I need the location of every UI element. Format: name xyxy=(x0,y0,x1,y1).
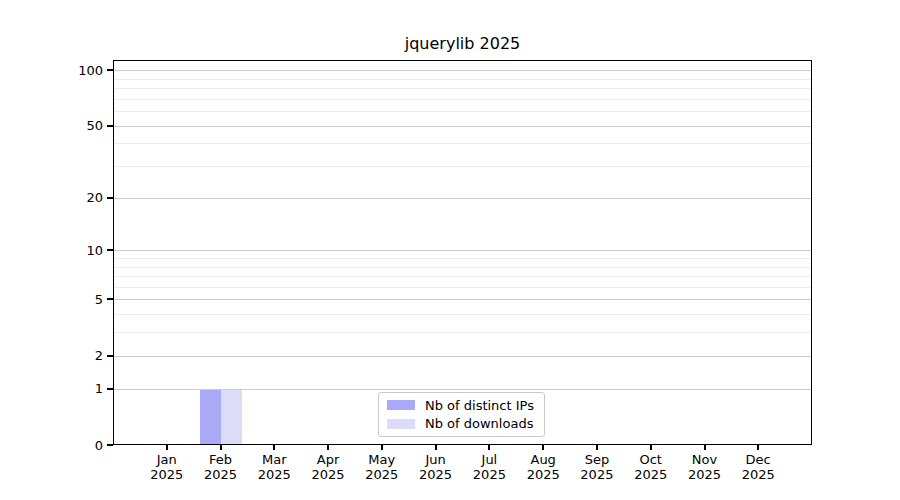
x-tick-label-nov: Nov2025 xyxy=(678,452,732,482)
legend-swatch-downloads xyxy=(387,419,415,429)
y-tick-2 xyxy=(107,355,113,357)
x-tick-label-month: Mar xyxy=(247,452,301,467)
y-tick-50 xyxy=(107,125,113,127)
y-tick-label-20: 20 xyxy=(43,191,103,204)
x-tick-mar xyxy=(273,445,275,450)
x-tick-label-year: 2025 xyxy=(409,467,463,482)
x-tick-label-dec: Dec2025 xyxy=(731,452,785,482)
x-tick-label-year: 2025 xyxy=(194,467,248,482)
y-tick-1 xyxy=(107,388,113,390)
legend-item-downloads: Nb of downloads xyxy=(387,415,536,434)
x-tick-label-month: Jun xyxy=(409,452,463,467)
x-tick-oct xyxy=(650,445,652,450)
legend-swatch-distinct-ips xyxy=(387,400,415,410)
x-tick-label-jun: Jun2025 xyxy=(409,452,463,482)
plot-area xyxy=(113,60,812,445)
legend-label-downloads: Nb of downloads xyxy=(425,416,533,431)
x-tick-label-month: Aug xyxy=(516,452,570,467)
y-tick-100 xyxy=(107,69,113,71)
y-tick-20 xyxy=(107,197,113,199)
x-tick-label-jan: Jan2025 xyxy=(140,452,194,482)
x-tick-label-year: 2025 xyxy=(247,467,301,482)
legend: Nb of distinct IPs Nb of downloads xyxy=(378,392,545,437)
x-tick-label-year: 2025 xyxy=(516,467,570,482)
y-tick-label-50: 50 xyxy=(43,119,103,132)
x-tick-feb xyxy=(220,445,222,450)
x-tick-label-year: 2025 xyxy=(301,467,355,482)
y-tick-label-2: 2 xyxy=(43,349,103,362)
x-tick-jul xyxy=(488,445,490,450)
x-tick-label-oct: Oct2025 xyxy=(624,452,678,482)
x-tick-nov xyxy=(704,445,706,450)
x-tick-label-jul: Jul2025 xyxy=(462,452,516,482)
x-tick-dec xyxy=(757,445,759,450)
x-tick-label-month: Jan xyxy=(140,452,194,467)
y-tick-label-1: 1 xyxy=(43,382,103,395)
x-tick-label-apr: Apr2025 xyxy=(301,452,355,482)
x-tick-label-year: 2025 xyxy=(140,467,194,482)
x-tick-jan xyxy=(166,445,168,450)
x-tick-label-year: 2025 xyxy=(462,467,516,482)
x-tick-label-month: Oct xyxy=(624,452,678,467)
y-tick-10 xyxy=(107,249,113,251)
x-tick-label-year: 2025 xyxy=(624,467,678,482)
x-tick-label-month: Dec xyxy=(731,452,785,467)
legend-label-distinct-ips: Nb of distinct IPs xyxy=(425,398,534,413)
y-tick-label-100: 100 xyxy=(43,64,103,77)
x-tick-label-year: 2025 xyxy=(731,467,785,482)
figure: jquerylib 2025 0125102050100Jan2025Feb20… xyxy=(0,0,900,500)
y-tick-0 xyxy=(107,444,113,446)
legend-item-distinct-ips: Nb of distinct IPs xyxy=(387,396,536,415)
x-tick-label-feb: Feb2025 xyxy=(194,452,248,482)
x-tick-label-month: May xyxy=(355,452,409,467)
y-tick-label-5: 5 xyxy=(43,293,103,306)
x-tick-label-month: Feb xyxy=(194,452,248,467)
x-tick-label-month: Jul xyxy=(462,452,516,467)
x-tick-aug xyxy=(542,445,544,450)
x-tick-label-may: May2025 xyxy=(355,452,409,482)
x-tick-label-month: Nov xyxy=(678,452,732,467)
x-tick-label-year: 2025 xyxy=(355,467,409,482)
x-tick-label-year: 2025 xyxy=(678,467,732,482)
x-tick-label-month: Apr xyxy=(301,452,355,467)
x-tick-may xyxy=(381,445,383,450)
x-tick-jun xyxy=(435,445,437,450)
x-tick-label-aug: Aug2025 xyxy=(516,452,570,482)
x-tick-apr xyxy=(327,445,329,450)
x-tick-label-sep: Sep2025 xyxy=(570,452,624,482)
y-tick-label-10: 10 xyxy=(43,244,103,257)
chart-title: jquerylib 2025 xyxy=(113,34,812,53)
x-tick-sep xyxy=(596,445,598,450)
x-tick-label-mar: Mar2025 xyxy=(247,452,301,482)
y-tick-label-0: 0 xyxy=(43,439,103,452)
x-tick-label-year: 2025 xyxy=(570,467,624,482)
x-tick-label-month: Sep xyxy=(570,452,624,467)
y-tick-5 xyxy=(107,298,113,300)
